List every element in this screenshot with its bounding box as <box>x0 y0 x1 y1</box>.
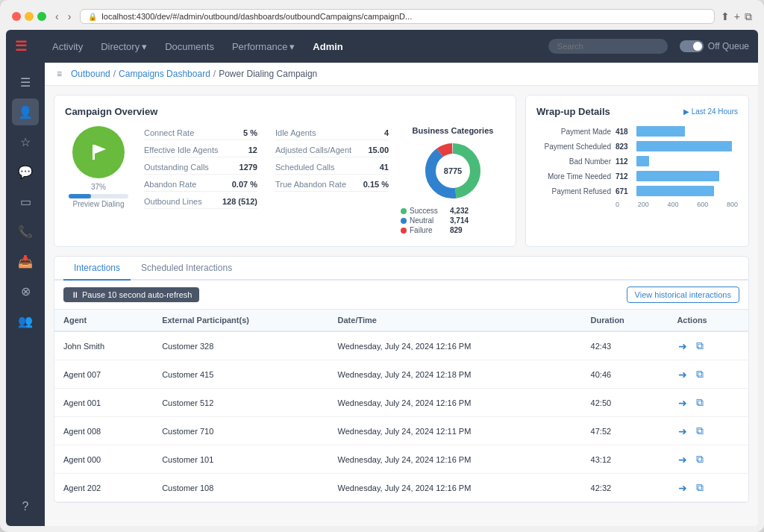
view-historical-button[interactable]: View historical interactions <box>627 287 739 303</box>
chevron-down-icon: ▾ <box>142 41 147 52</box>
bc-title: Business Categories <box>401 126 505 135</box>
cell-agent: Agent 001 <box>54 389 153 417</box>
tab-interactions[interactable]: Interactions <box>63 257 131 281</box>
cell-participant: Customer 101 <box>153 445 328 474</box>
breadcrumb-sep1: / <box>113 69 116 79</box>
bar-payment-scheduled: Payment Scheduled 823 <box>536 141 738 151</box>
cell-actions: ➜ ⧉ <box>668 445 748 474</box>
metric-connect-rate: Connect Rate 5 % <box>144 126 257 140</box>
legend-neutral: Neutral 3,714 <box>401 216 505 225</box>
secure-icon: 🔒 <box>88 13 97 21</box>
col-duration: Duration <box>582 310 668 331</box>
cell-datetime: Wednesday, July 24, 2024 12:16 PM <box>329 331 582 360</box>
actions-cell: ➜ ⧉ <box>677 366 739 382</box>
cell-participant: Customer 710 <box>153 417 328 445</box>
actions-cell: ➜ ⧉ <box>677 480 739 495</box>
metric-adj-calls: Adjusted Calls/Agent 15.00 <box>275 143 389 157</box>
off-queue-toggle[interactable]: Off Queue <box>680 40 749 52</box>
copy-button[interactable]: ⧉ <box>695 451 705 467</box>
cell-duration: 42:50 <box>582 389 668 417</box>
nav-performance[interactable]: Performance ▾ <box>225 37 302 57</box>
progress-label: 37% <box>69 183 128 191</box>
cell-duration: 42:32 <box>582 474 668 502</box>
col-participant: External Participant(s) <box>153 310 328 331</box>
progress-type: Preview Dialing <box>69 200 128 208</box>
nav-items: Activity Directory ▾ Documents Performan… <box>45 37 536 57</box>
sidebar-icon-team[interactable]: 👥 <box>12 307 39 334</box>
browser-window: ‹ › 🔒 localhost:4300/dev/#/admin/outboun… <box>0 0 764 532</box>
queue-toggle[interactable] <box>680 40 704 52</box>
close-dot[interactable] <box>12 12 21 21</box>
minimize-dot[interactable] <box>25 12 34 21</box>
forward-button[interactable]: › <box>65 9 75 24</box>
cards-row: Campaign Overview <box>54 95 749 247</box>
copy-button[interactable]: ⧉ <box>695 366 705 382</box>
nav-documents[interactable]: Documents <box>157 37 222 57</box>
pause-refresh-button[interactable]: ⏸ Pause 10 second auto-refresh <box>63 287 199 302</box>
breadcrumb-outbound[interactable]: Outbound <box>71 69 110 79</box>
tabs: Interactions Scheduled Interactions <box>54 257 748 281</box>
sidebar-icon-user[interactable]: 👤 <box>12 98 39 125</box>
cell-participant: Customer 108 <box>153 474 328 502</box>
actions-cell: ➜ ⧉ <box>677 338 739 354</box>
cell-agent: Agent 000 <box>54 445 153 474</box>
content-body: Campaign Overview <box>45 86 758 512</box>
sidebar-icon-settings[interactable]: ⊗ <box>12 278 39 304</box>
cell-datetime: Wednesday, July 24, 2024 12:16 PM <box>329 445 582 474</box>
navigate-button[interactable]: ➜ <box>677 367 689 382</box>
chart-axis: 0 200 400 600 800 <box>536 201 738 208</box>
sidebar-icon-chat[interactable]: 💬 <box>12 158 39 185</box>
nav-admin[interactable]: Admin <box>305 37 350 57</box>
bar-payment-made: Payment Made 418 <box>536 126 738 137</box>
cell-duration: 43:12 <box>582 445 668 474</box>
cell-duration: 47:52 <box>582 417 668 445</box>
last-24-hours[interactable]: ▶ Last 24 Hours <box>683 107 738 116</box>
table-toolbar: ⏸ Pause 10 second auto-refresh View hist… <box>54 281 748 310</box>
breadcrumb-current: Power Dialing Campaign <box>219 69 317 79</box>
search-input[interactable] <box>548 39 668 54</box>
legend-items: Success 4,232 Neutral 3,714 <box>401 207 505 234</box>
browser-content: ☰ Activity Directory ▾ Documents Perform… <box>6 30 758 526</box>
nav-directory[interactable]: Directory ▾ <box>93 37 154 57</box>
breadcrumb-campaigns[interactable]: Campaigns Dashboard <box>119 69 210 79</box>
table-row: Agent 008 Customer 710 Wednesday, July 2… <box>54 417 748 445</box>
navigate-button[interactable]: ➜ <box>677 452 689 467</box>
navigate-button[interactable]: ➜ <box>677 424 689 439</box>
sidebar-icon-screen[interactable]: ▭ <box>12 188 39 215</box>
new-tab-button[interactable]: + <box>734 10 740 23</box>
navigate-button[interactable]: ➜ <box>677 339 689 354</box>
sidebar-icon-star[interactable]: ☆ <box>12 128 39 155</box>
copy-button[interactable]: ⧉ <box>695 395 705 410</box>
back-button[interactable]: ‹ <box>52 9 62 24</box>
sidebar-icon-menu[interactable]: ☰ <box>12 69 39 96</box>
campaign-logo <box>72 126 125 178</box>
sidebar-icon-help[interactable]: ? <box>12 493 39 520</box>
pause-icon: ⏸ <box>71 290 79 299</box>
metric-true-abandon: True Abandon Rate 0.15 % <box>275 178 389 192</box>
maximize-dot[interactable] <box>37 12 46 21</box>
navigate-button[interactable]: ➜ <box>677 395 689 410</box>
donut-center-value: 8775 <box>444 166 462 175</box>
wrapup-card: Wrap-up Details ▶ Last 24 Hours Payment … <box>525 95 749 247</box>
sidebar-icon-inbox[interactable]: 📥 <box>12 248 39 275</box>
sidebar-icon-phone[interactable]: 📞 <box>12 218 39 245</box>
copy-button[interactable]: ⧉ <box>695 423 705 439</box>
nav-activity[interactable]: Activity <box>45 37 90 57</box>
navigate-button[interactable]: ➜ <box>677 481 689 495</box>
progress-bar-fill <box>69 194 91 198</box>
address-bar[interactable]: 🔒 localhost:4300/dev/#/admin/outbound/da… <box>80 9 714 24</box>
toggle-thumb <box>693 42 702 51</box>
copy-button[interactable]: ⧉ <box>695 480 705 495</box>
duplicate-button[interactable]: ⧉ <box>745 10 752 23</box>
share-button[interactable]: ⬆ <box>721 10 730 23</box>
tab-scheduled[interactable]: Scheduled Interactions <box>131 257 242 281</box>
cell-participant: Customer 415 <box>153 360 328 389</box>
cell-duration: 40:46 <box>582 360 668 389</box>
table-row: Agent 000 Customer 101 Wednesday, July 2… <box>54 445 748 474</box>
svg-marker-1 <box>95 145 106 154</box>
breadcrumb-menu-icon[interactable]: ≡ <box>57 69 62 79</box>
campaign-logo-area: 37% Preview Dialing <box>65 126 132 208</box>
copy-button[interactable]: ⧉ <box>695 338 705 354</box>
interactions-table: Agent External Participant(s) Date/Time … <box>54 310 748 502</box>
window-controls <box>12 12 46 21</box>
